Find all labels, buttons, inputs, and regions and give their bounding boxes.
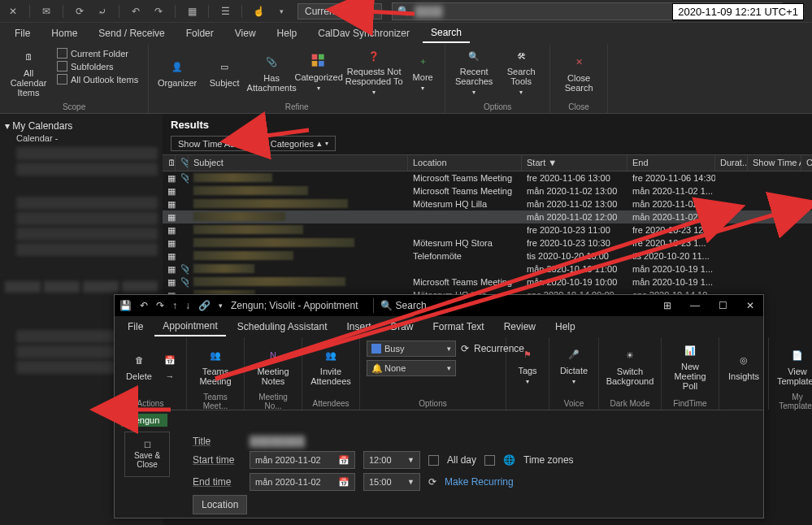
title-value[interactable]: ████████: [250, 436, 305, 447]
ribbon-display-icon[interactable]: ⊞: [659, 300, 675, 311]
redo-icon[interactable]: ↷: [152, 5, 165, 18]
menu-file[interactable]: File: [7, 24, 38, 42]
appt-menu-appointment[interactable]: Appointment: [154, 317, 225, 336]
recurrence-icon[interactable]: ⟳: [461, 343, 469, 354]
layout-icon[interactable]: ▦: [185, 5, 198, 18]
close-search-button[interactable]: ✕Close Search: [557, 47, 601, 98]
menu-view[interactable]: View: [227, 24, 264, 42]
menu-home[interactable]: Home: [43, 24, 85, 42]
templates-icon: 📄: [788, 345, 807, 365]
forward-button[interactable]: 📅→: [160, 341, 180, 391]
appt-menu-scheduling-assistant[interactable]: Scheduling Assistant: [229, 318, 336, 336]
meeting-notes-button[interactable]: NMeeting Notes: [251, 341, 295, 391]
blurred-item: [16, 228, 158, 241]
insights-button[interactable]: ◎Insights: [726, 341, 762, 391]
blurred-item: [16, 197, 158, 210]
subject-button[interactable]: ▭Subject: [202, 47, 246, 98]
tags-button[interactable]: ⚑Tags▾: [513, 341, 542, 391]
redo-icon[interactable]: ↷: [156, 300, 164, 311]
undo-icon[interactable]: ↶: [140, 300, 148, 311]
teams-meeting-button[interactable]: 👥Teams Meeting: [193, 341, 237, 391]
filter-show-time-as[interactable]: Show Time As ▴▾: [171, 136, 257, 151]
reminder-dropdown[interactable]: 🔔None▾: [367, 360, 456, 376]
person-icon: 👤: [167, 57, 187, 76]
appt-menu-format-text[interactable]: Format Text: [425, 318, 493, 336]
show-as-dropdown[interactable]: Busy▾: [367, 341, 456, 357]
result-row[interactable]: ▦fre 2020-10-23 11:00fre 2020-10-23 12..…: [163, 223, 812, 236]
maximize-icon[interactable]: ☐: [714, 300, 731, 311]
search-icon: 🔍: [397, 6, 410, 17]
calendar-item[interactable]: Calendar -: [5, 132, 158, 145]
folder-tree-icon[interactable]: ☰: [219, 5, 232, 18]
minimize-icon[interactable]: —: [687, 300, 703, 311]
timezones-checkbox[interactable]: [484, 455, 495, 466]
touch-icon[interactable]: ☝: [252, 5, 265, 18]
refresh-icon[interactable]: ⤾: [96, 5, 109, 18]
menu-search[interactable]: Search: [423, 24, 470, 43]
make-recurring-link[interactable]: Make Recurring: [445, 476, 514, 488]
menu-folder[interactable]: Folder: [178, 24, 222, 42]
switch-background-button[interactable]: ☀Switch Background: [606, 341, 654, 391]
scope-subfolders[interactable]: Subfolders: [54, 60, 141, 72]
chevron-down-icon[interactable]: ▾: [275, 5, 288, 18]
location-button[interactable]: Location: [193, 495, 247, 514]
appt-menu-file[interactable]: File: [119, 318, 151, 336]
categorized-button[interactable]: Categorized▾: [297, 47, 341, 98]
my-calendars-heading[interactable]: ▾ My Calendars: [5, 120, 158, 132]
filter-categories[interactable]: Categories ▴▾: [263, 136, 336, 151]
search-tools-button[interactable]: 🛠Search Tools▾: [499, 47, 543, 98]
sync-icon[interactable]: ⟳: [73, 5, 86, 18]
close-icon[interactable]: ✕: [7, 5, 20, 18]
category-tag[interactable]: Zengun: [121, 414, 167, 427]
appointment-search[interactable]: 🔍Search: [373, 298, 433, 313]
invite-attendees-button[interactable]: 👥Invite Attendees: [309, 341, 353, 391]
recurrence-icon: ⟳: [428, 476, 436, 488]
all-day-checkbox[interactable]: [428, 455, 439, 466]
new-meeting-poll-button[interactable]: 📊New Meeting Poll: [668, 341, 712, 391]
result-row[interactable]: ▦Mötesrum HQ Lillamån 2020-11-02 13:00må…: [163, 197, 812, 210]
close-icon: ✕: [569, 52, 588, 72]
results-heading: Results: [171, 119, 209, 131]
appt-menu-insert[interactable]: Insert: [338, 318, 379, 336]
result-row[interactable]: ▦📎mån 2020-10-19 11:00mån 2020-10-19 1..…: [163, 262, 812, 276]
organizer-button[interactable]: 👤Organizer: [155, 47, 199, 98]
result-row[interactable]: ▦Mötesrum HQ Storafre 2020-10-23 10:30fr…: [163, 236, 812, 249]
close-window-icon[interactable]: ✕: [742, 300, 758, 311]
chevron-down-icon[interactable]: ▾: [219, 302, 223, 310]
delete-button[interactable]: 🗑Delete: [121, 341, 157, 391]
scope-current-folder[interactable]: Current Folder: [54, 47, 141, 59]
up-arrow-icon[interactable]: ↑: [172, 300, 177, 311]
end-date-input[interactable]: mån 2020-11-02📅: [250, 473, 355, 491]
undo-icon[interactable]: ↶: [129, 5, 142, 18]
menu-help[interactable]: Help: [269, 24, 306, 42]
down-arrow-icon[interactable]: ↓: [185, 300, 190, 311]
all-calendar-items-button[interactable]: 🗓 All Calendar Items: [7, 47, 50, 98]
save-and-close-button[interactable]: ☐Save & Close: [124, 432, 170, 477]
appt-menu-help[interactable]: Help: [547, 318, 584, 336]
save-icon[interactable]: 💾: [119, 300, 132, 311]
scope-all-outlook[interactable]: All Outlook Items: [54, 73, 141, 85]
not-responded-button[interactable]: ❓Requests Not Responded To▾: [344, 47, 404, 98]
result-row[interactable]: ▦Telefonmötetis 2020-10-20 10:00tis 2020…: [163, 249, 812, 262]
appt-menu-review[interactable]: Review: [496, 318, 544, 336]
start-date-input[interactable]: mån 2020-11-02📅: [250, 451, 355, 469]
menu-send-receive[interactable]: Send / Receive: [90, 24, 172, 42]
more-button[interactable]: ＋More▾: [407, 47, 438, 98]
end-time-input[interactable]: 15:00▼: [363, 473, 420, 491]
results-column-header[interactable]: 🗓 📎 Subject Location Start ▼ End Durat..…: [163, 154, 812, 171]
question-icon: ❓: [364, 47, 384, 65]
appt-menu-draw[interactable]: Draw: [383, 318, 422, 336]
result-row[interactable]: ▦mån 2020-11-02 12:00mån 2020-11-02 1...: [163, 210, 812, 223]
link-icon[interactable]: 🔗: [198, 300, 211, 311]
envelope-icon[interactable]: ✉: [40, 5, 53, 18]
recent-searches-button[interactable]: 🔍Recent Searches▾: [452, 47, 496, 98]
dictate-button[interactable]: 🎤Dictate▾: [556, 341, 592, 391]
result-row[interactable]: ▦📎Microsoft Teams Meetingfre 2020-11-06 …: [163, 171, 812, 184]
result-row[interactable]: ▦Microsoft Teams Meetingmån 2020-11-02 1…: [163, 184, 812, 197]
result-row[interactable]: ▦📎Microsoft Teams Meetingmån 2020-10-19 …: [163, 276, 812, 289]
has-attachments-button[interactable]: 📎Has Attachments: [250, 47, 293, 98]
menu-caldav-synchronizer[interactable]: CalDav Synchronizer: [310, 24, 418, 42]
start-time-input[interactable]: 12:00▼: [363, 451, 420, 469]
search-scope-dropdown[interactable]: Current Folder▾: [297, 3, 382, 20]
view-templates-button[interactable]: 📄View Templates: [775, 341, 812, 391]
